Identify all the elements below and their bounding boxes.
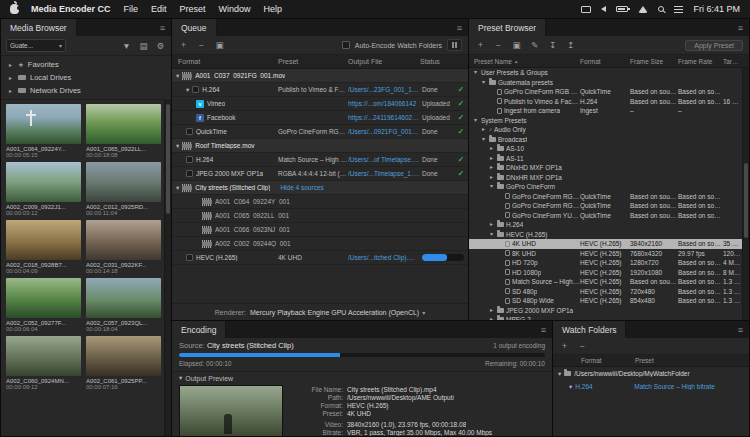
preset-scrollbar[interactable]	[742, 68, 749, 320]
output-file-link[interactable]: /Users/...itched Clip).mp4	[348, 251, 420, 265]
output-checkbox[interactable]	[192, 86, 199, 93]
output-file-link[interactable]: https://...24119614602283	[348, 111, 420, 125]
tree-item-network-drives[interactable]: ▸Network Drives	[1, 84, 171, 97]
queue-row-clip[interactable]: A002_C002_09244Q_001	[172, 237, 468, 251]
search-icon[interactable]	[658, 6, 664, 12]
apple-menu-icon[interactable]	[10, 4, 19, 14]
chevron-down-icon[interactable]: ▾	[480, 78, 487, 88]
preset-row[interactable]: SD 480pHEVC (H.265)720x480Based on sourc…	[469, 287, 742, 297]
chevron-right-icon[interactable]: ▸	[488, 315, 495, 320]
add-source-icon[interactable]: +	[178, 39, 189, 52]
edit-preset-icon[interactable]: ✎	[529, 39, 540, 52]
watch-folder-row[interactable]: ▾ /Users/nwwwiii/Desktop/MyWatchFolder	[553, 367, 749, 380]
preset-row[interactable]: ▾HEVC (H.265)	[469, 230, 742, 240]
output-checkbox[interactable]	[186, 156, 193, 163]
chevron-down-icon[interactable]: ▾	[488, 182, 495, 192]
preset-row[interactable]: Match Source – High BitrateHEVC (H.265)B…	[469, 277, 742, 287]
chevron-down-icon[interactable]: ▾	[176, 142, 179, 150]
import-preset-icon[interactable]: ↧	[547, 39, 558, 52]
pause-queue-button[interactable]	[447, 39, 462, 51]
preset-row[interactable]: ▾Guatemala presets	[469, 78, 742, 88]
preset-row[interactable]: GoPro CineForm RGB 12-bitQuickTimeBased …	[469, 192, 742, 202]
menu-item-window[interactable]: Window	[219, 4, 251, 14]
preset-row[interactable]: ▸MPEG-2	[469, 315, 742, 320]
panel-menu-icon[interactable]: ≡	[535, 321, 552, 338]
output-checkbox[interactable]	[186, 170, 193, 177]
output-checkbox[interactable]	[186, 254, 193, 261]
media-clip[interactable]: A002_C060_0924MN...00:00:09:12	[6, 336, 81, 390]
preset-row[interactable]: GoPro CineForm RGB 12-bit with alphaQuic…	[469, 201, 742, 211]
media-clip[interactable]: A002_C018_0928B7...00:00:04:09	[6, 220, 81, 274]
filter-icon[interactable]: ▼	[121, 39, 132, 52]
chevron-right-icon[interactable]: ▸	[488, 173, 495, 183]
tab-encoding[interactable]: Encoding	[172, 321, 226, 338]
panel-menu-icon[interactable]: ≡	[451, 19, 468, 36]
scrollbar-thumb[interactable]	[744, 163, 748, 238]
output-file-link[interactable]: /Users/...Timelapse_1.mxf	[348, 167, 420, 181]
preset-row[interactable]: Ingest from cameraIngest––	[469, 106, 742, 116]
preset-row[interactable]: ▸AS-11	[469, 154, 742, 164]
preset-row[interactable]: ▸DNxHD MXF OP1a	[469, 163, 742, 173]
hide-sources-link[interactable]: Hide 4 sources	[280, 184, 323, 191]
preset-row[interactable]: ▾Broadcast	[469, 135, 742, 145]
chevron-right-icon[interactable]: ▸	[7, 87, 14, 94]
preset-row[interactable]: HD 1080pHEVC (H.265)1920x1080Based on so…	[469, 268, 742, 278]
preset-row[interactable]: ▸JPEG 2000 MXF OP1a	[469, 306, 742, 316]
media-clip[interactable]: A002_C012_0925RD...00:00:11:04	[86, 162, 161, 216]
control-center-icon[interactable]	[674, 6, 683, 13]
tab-preset-browser[interactable]: Preset Browser	[469, 19, 546, 36]
tree-item-local-drives[interactable]: ▸Local Drives	[1, 71, 171, 84]
media-clip[interactable]: A002_C061_0925PP...00:00:07:16	[86, 336, 161, 390]
preset-row[interactable]: ▾GoPro CineForm	[469, 182, 742, 192]
panel-menu-icon[interactable]: ≡	[154, 19, 171, 36]
queue-row-output[interactable]: QuickTimeGoPro CineForm RGB 12-b.../User…	[172, 125, 468, 139]
menu-item-file[interactable]: File	[124, 4, 139, 14]
queue-row-source[interactable]: ▾A001_C037_0921FG_001.mov	[172, 69, 468, 83]
menu-item-edit[interactable]: Edit	[151, 4, 167, 14]
queue-row-clip[interactable]: A001_C064_09224Y_001	[172, 195, 468, 209]
remove-icon[interactable]: −	[196, 39, 207, 52]
preset-row[interactable]: ▸♪Audio Only	[469, 125, 742, 135]
output-file-link[interactable]: https://...om/184066142	[348, 97, 420, 111]
chevron-down-icon[interactable]: ▾	[472, 116, 479, 126]
preset-row[interactable]: Publish to Vimeo & FacebookH.264Based on…	[469, 97, 742, 107]
queue-row-publish[interactable]: fFacebookhttps://...24119614602283Upload…	[172, 111, 468, 125]
panel-menu-icon[interactable]: ≡	[732, 321, 749, 338]
preset-row[interactable]: SD 480p WideHEVC (H.265)854x480Based on …	[469, 296, 742, 306]
preset-row[interactable]: GoPro CineForm RGB 12-bit with alpha (Al…	[469, 87, 742, 97]
preset-row[interactable]: 8K UHDHEVC (H.265)7680x432029.97 fps120 …	[469, 249, 742, 259]
chevron-down-icon[interactable]: ▾	[488, 230, 495, 240]
preset-column-name[interactable]: Preset Name ▲	[469, 58, 580, 65]
chevron-down-icon[interactable]: ▾	[480, 135, 487, 145]
chevron-right-icon[interactable]: ▸	[480, 125, 487, 135]
media-filter-dropdown[interactable]: Guate... ▾	[6, 39, 66, 52]
menu-item-preset[interactable]: Preset	[180, 4, 206, 14]
queue-row-output[interactable]: JPEG 2000 MXF OP1aRGBA 4:4:4:4 12-bit (8…	[172, 167, 468, 181]
queue-row-output[interactable]: ▾H.264Publish to Vimeo & Facebook/Users/…	[172, 83, 468, 97]
preset-row[interactable]: GoPro CineForm YUV 10-bitQuickTimeBased …	[469, 211, 742, 221]
queue-row-clip[interactable]: A001_C066_0923NJ_001	[172, 223, 468, 237]
renderer-dropdown[interactable]: Mercury Playback Engine GPU Acceleration…	[250, 309, 425, 316]
preset-row[interactable]: ▾System Presets	[469, 116, 742, 126]
create-group-icon[interactable]: ▣	[511, 39, 522, 52]
auto-encode-checkbox[interactable]	[342, 41, 350, 49]
chevron-right-icon[interactable]: ▸	[488, 144, 495, 154]
queue-row-publish[interactable]: vVimeohttps://...om/184066142Uploaded✓	[172, 97, 468, 111]
media-clip[interactable]: A001_C065_0922LL...00:00:18:08	[86, 104, 161, 158]
tab-media-browser[interactable]: Media Browser	[1, 19, 77, 36]
preset-row[interactable]: ▸AS-10	[469, 144, 742, 154]
media-clip[interactable]: A002_C052_09277F...00:00:06:04	[6, 278, 81, 332]
queue-row-source[interactable]: ▾City streets (Stitched Clip)Hide 4 sour…	[172, 181, 468, 195]
chevron-down-icon[interactable]: ▾	[472, 68, 479, 78]
panel-settings-icon[interactable]: ⚙	[155, 39, 166, 52]
panel-menu-icon[interactable]: ≡	[732, 19, 749, 36]
scrollbar-thumb[interactable]	[166, 104, 170, 214]
preset-row[interactable]: 4K UHDHEVC (H.265)3840x2160Based on sour…	[469, 239, 742, 249]
media-clip[interactable]: A002_C057_0923QL...00:00:18:04	[86, 278, 161, 332]
volume-icon[interactable]	[601, 6, 606, 12]
media-clip[interactable]: A002_C031_0922KF...00:00:14:18	[86, 220, 161, 274]
preset-row[interactable]: HD 720pHEVC (H.265)1280x720Based on sour…	[469, 258, 742, 268]
preset-row[interactable]: ▸DNxHR MXF OP1a	[469, 173, 742, 183]
queue-row-source[interactable]: ▾Roof Timelapse.mov	[172, 139, 468, 153]
tab-queue[interactable]: Queue	[172, 19, 217, 36]
